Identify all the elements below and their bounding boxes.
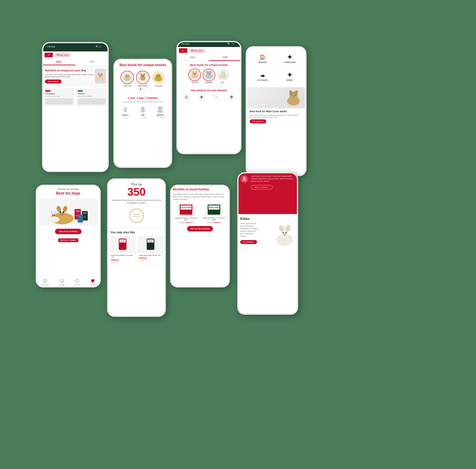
nav-quality[interactable]: Quality: [59, 279, 65, 286]
phone-breed-carousel: Best foods for unique breeds SHIN TZU: [113, 59, 172, 168]
kitten-title: Kitten: [240, 217, 272, 221]
quality-svg: [60, 279, 64, 283]
svg-point-64: [293, 97, 294, 98]
bal-label: BAL...: [221, 82, 225, 83]
tab-dog[interactable]: DOG: [42, 59, 75, 65]
product-stars-1: ★★★★★: [111, 261, 134, 263]
more-icon-3[interactable]: ⋮: [237, 43, 239, 45]
svg-point-38: [161, 106, 162, 109]
back-button[interactable]: ← Pet food: [45, 46, 55, 48]
categories-grid: 🏠 INDOOR ✚ STÉRILIZED ☁ OUTDOOR ✚ MORE: [249, 50, 303, 85]
breed-content: Best foods for unique breeds SHIN TZU: [113, 59, 172, 123]
product-bag-svg-1: ROYAL CANIN: [117, 237, 128, 252]
product-price-1: RM56.99: [111, 259, 134, 261]
breed-sphynx[interactable]: SPHYNX: [188, 69, 201, 83]
search-icon-3[interactable]: 🔍: [227, 43, 230, 45]
cart-icon[interactable]: 🛒: [99, 45, 102, 48]
breed-shintzu[interactable]: SHIN TZU: [120, 71, 134, 87]
golden-label: GOLDEN: [155, 85, 162, 87]
wet-product-2[interactable]: ROYAL CANIN Royal Canin Indoor 1.7 Years…: [201, 204, 227, 224]
product-card-1[interactable]: ROYAL CANIN Royal Canin Exigent 33 Aroma…: [110, 236, 136, 264]
category-sterilized[interactable]: ✚ STÉRILIZED: [276, 50, 303, 67]
outdoor-icon[interactable]: ☁️: [213, 94, 220, 100]
svg-point-19: [143, 75, 144, 76]
product-card-2[interactable]: ROYAL CANIN Royal Canin Exigent Protein …: [137, 236, 163, 264]
our-products-button[interactable]: Our products: [45, 80, 62, 83]
size-mini[interactable]: MINI 4 - 10 kg: [139, 106, 147, 118]
tab-cat-3[interactable]: CAT: [209, 54, 241, 61]
phone-dog-homepage: ← Pet food 🔍 🛒 ⋮ RC Official store DOG C…: [42, 42, 109, 172]
size-xsmall[interactable]: XSMALL < 4 kg: [121, 106, 129, 118]
nav-passion[interactable]: Passion: [90, 279, 96, 286]
nav-health[interactable]: Health: [75, 279, 80, 286]
kitten-body: Lorem ipsum dolor sit amet, consectetur …: [240, 222, 259, 238]
breed-golden[interactable]: GOLDEN: [152, 71, 165, 87]
see-wet-products-button[interactable]: See our wet products: [187, 226, 213, 231]
siberian-label: SIBERIAN: [205, 82, 212, 83]
product-name-2: Royal Canin Exigent Protein 4KG: [139, 254, 162, 256]
category-outdoor[interactable]: ☁ OUTDOOR: [249, 68, 276, 85]
more-icon-lifestyle[interactable]: ➕: [228, 94, 235, 100]
svg-point-5: [101, 75, 101, 76]
best-for-dogs-title: Best for dogs: [39, 191, 97, 195]
kitten-svg: [274, 217, 295, 246]
official-store-3: Official store: [189, 49, 205, 52]
size-medium[interactable]: MEDIUM 11 - 25 kg: [156, 106, 164, 118]
more-icon[interactable]: ⋮: [102, 45, 104, 48]
dot-1[interactable]: [140, 89, 141, 90]
svg-point-10: [126, 75, 127, 76]
indoor-icon[interactable]: 🏠: [183, 94, 190, 100]
svg-point-83: [54, 211, 56, 215]
see-all-products-button[interactable]: See all our products: [55, 229, 82, 234]
svg-point-119: [278, 224, 285, 233]
select-sensivity-button[interactable]: Select a sensivity ∨: [251, 185, 272, 190]
svg-point-34: [143, 107, 144, 109]
svg-text:ROYAL: ROYAL: [121, 241, 124, 242]
feature-cta-button[interactable]: Our products: [250, 119, 266, 123]
siberian-svg: [203, 69, 215, 81]
header-icons-3: 🔍 🛒 ⋮: [227, 43, 239, 45]
phone-mixed-feeding: Benefits of mixed feeding Lorem ipsum do…: [170, 185, 230, 288]
cart-icon-3[interactable]: 🛒: [232, 43, 235, 45]
tab-cat[interactable]: CAT: [75, 59, 109, 65]
search-icon[interactable]: 🔍: [96, 45, 99, 48]
dot-3[interactable]: [144, 89, 146, 90]
feature-image: [248, 87, 305, 108]
tab-dog-3[interactable]: DOG: [176, 54, 209, 61]
category-indoor[interactable]: 🏠 INDOOR: [249, 50, 276, 67]
lifestyle-icons: 🏠 ➕ ☁️ ➕: [179, 94, 239, 100]
brand-logo: RC: [45, 53, 53, 57]
health-label: Health: [75, 284, 80, 286]
dog-illustration: [95, 70, 106, 82]
svg-rect-111: [208, 210, 220, 214]
outdoor-cat-icon: ☁: [260, 72, 265, 78]
stamp-svg: BREED NUTRITION: [130, 208, 143, 223]
promo-puppies[interactable]: -10% For puppies -10 % on breed range: [44, 88, 75, 106]
breed-chihuahua[interactable]: CHIHUAHUA: [136, 71, 150, 87]
our-solutions-button[interactable]: Our solutions: [240, 240, 257, 244]
dot-2[interactable]: [142, 89, 143, 90]
svg-point-6: [100, 76, 101, 77]
shintzu-svg: [121, 71, 134, 84]
price-1: RM22.50: [186, 222, 193, 224]
mixed-feeding-content: Benefits of mixed feeding Lorem ipsum do…: [170, 185, 230, 234]
passion-icon: [90, 279, 95, 283]
category-more[interactable]: ✚ MORE: [276, 68, 303, 85]
svg-rect-77: [83, 212, 87, 214]
back-button-3[interactable]: ← Pet food: [179, 43, 189, 45]
wet-product-1[interactable]: ROYAL CANIN Royal Canin Indoor 1.7 Years…: [173, 204, 199, 224]
breed-badge: BREED NUTRITION: [129, 208, 144, 223]
passion-svg: [90, 279, 95, 283]
brand-bar: RC Official store: [42, 51, 109, 59]
header-icons: 🔍 🛒 ⋮: [93, 44, 106, 50]
sterilized-icon[interactable]: ➕: [198, 94, 205, 100]
siberian-image: [203, 69, 215, 81]
promo-novelty[interactable]: New Novelty 1 Celio is now available: [76, 88, 107, 106]
promo-label: For puppies: [45, 93, 73, 95]
breed-bal[interactable]: BAL...: [217, 69, 229, 83]
breed-siberian[interactable]: SIBERIAN: [203, 69, 215, 83]
product-count-desc: formulations d'aliments pour répondre au…: [107, 199, 166, 204]
nav-knowledge[interactable]: Knowledge: [41, 279, 49, 286]
svg-point-63: [294, 95, 295, 96]
old-price-2: RM22.50: [207, 222, 213, 223]
